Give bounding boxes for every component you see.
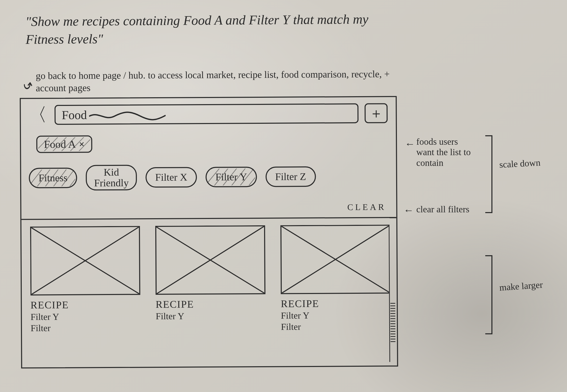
back-note: ↶ go back to home page / hub. to access … <box>36 68 393 94</box>
recipe-subtitle: Filter <box>31 322 140 333</box>
search-placeholder: Food <box>62 108 87 122</box>
svg-line-13 <box>212 168 230 186</box>
arrow-left-icon: ← <box>405 138 415 150</box>
plus-icon: ＋ <box>369 104 383 122</box>
recipe-subtitle <box>156 322 266 322</box>
bracket-icon <box>485 255 492 334</box>
recipe-card[interactable]: RECIPE Filter Y Filter <box>30 226 141 364</box>
back-note-text: go back to home page / hub. to access lo… <box>36 68 390 93</box>
food-chip-label: Food A <box>44 138 76 151</box>
image-placeholder-icon <box>30 226 140 295</box>
food-search-input[interactable]: Food <box>54 103 358 125</box>
image-placeholder-icon <box>280 225 389 294</box>
image-placeholder-icon <box>155 225 265 295</box>
recipe-card[interactable]: RECIPE Filter Y Filter <box>280 225 389 362</box>
filter-label: Filter Z <box>275 171 306 182</box>
annotation-make-larger: make larger <box>499 279 551 293</box>
filter-label: Kid Friendly <box>94 167 129 189</box>
svg-line-12 <box>207 168 221 186</box>
results-scrollbar[interactable] <box>389 225 396 362</box>
recipe-card[interactable]: RECIPE Filter Y <box>155 225 266 363</box>
filter-label: Filter Y <box>215 172 247 182</box>
app-wireframe: 〈 Food ＋ <box>20 96 398 369</box>
back-button[interactable]: 〈 <box>27 107 48 122</box>
chevron-left-icon: 〈 <box>28 105 47 125</box>
recipe-title: RECIPE <box>30 298 140 311</box>
recipe-subtitle: Filter <box>281 321 389 332</box>
annotation-scale-down: scale down <box>499 157 551 170</box>
scrollbar-thumb[interactable] <box>390 301 395 342</box>
filter-pill-filter-y[interactable]: Filter Y <box>206 167 257 187</box>
recipe-subtitle: Filter Y <box>156 310 266 322</box>
svg-line-10 <box>60 169 75 187</box>
annotation-clear-filters: clear all filters <box>416 204 472 215</box>
svg-line-7 <box>36 169 52 187</box>
filter-pill-fitness[interactable]: Fitness <box>29 168 77 188</box>
clear-filters-button[interactable]: CLEAR <box>347 202 386 212</box>
filter-pill-filter-x[interactable]: Filter X <box>146 167 197 188</box>
recipe-subtitle: Filter Y <box>31 311 140 322</box>
filter-pill-kid-friendly[interactable]: Kid Friendly <box>86 165 137 190</box>
scenario-quote: "Show me recipes containing Food A and F… <box>26 10 371 48</box>
recipe-title: RECIPE <box>281 297 389 310</box>
remove-icon[interactable]: × <box>79 139 85 150</box>
svg-line-6 <box>31 169 44 187</box>
section-divider <box>21 217 396 220</box>
svg-line-14 <box>221 168 239 186</box>
filter-row: Fitness Kid Friendly Filter X <box>21 151 396 193</box>
arrow-left-icon: ← <box>404 204 414 216</box>
filter-label: Filter X <box>155 172 187 183</box>
curved-arrow-icon: ↶ <box>23 74 33 94</box>
filter-label: Fitness <box>39 173 68 183</box>
recipe-subtitle: Filter Y <box>281 310 389 321</box>
svg-line-16 <box>239 168 255 186</box>
pencil-hatch-icon <box>207 168 255 186</box>
results-grid: RECIPE Filter Y Filter RECIPE Filter Y <box>30 225 389 364</box>
svg-line-17 <box>247 168 255 186</box>
bracket-icon <box>485 135 492 213</box>
svg-line-15 <box>230 168 247 186</box>
add-food-button[interactable]: ＋ <box>364 103 387 123</box>
pencil-hatch-icon <box>31 169 76 187</box>
svg-line-9 <box>52 169 68 187</box>
filter-pill-filter-z[interactable]: Filter Z <box>265 166 316 187</box>
svg-line-8 <box>44 169 60 187</box>
handwriting-squiggle-icon <box>89 111 166 121</box>
recipe-title: RECIPE <box>156 298 265 310</box>
svg-line-11 <box>68 169 75 187</box>
selected-foods-row: Food A × <box>21 126 396 153</box>
top-bar: 〈 Food ＋ <box>21 97 396 128</box>
food-chip-food-a[interactable]: Food A × <box>36 135 92 153</box>
annotation-foods: foods users want the list to contain <box>416 137 475 168</box>
